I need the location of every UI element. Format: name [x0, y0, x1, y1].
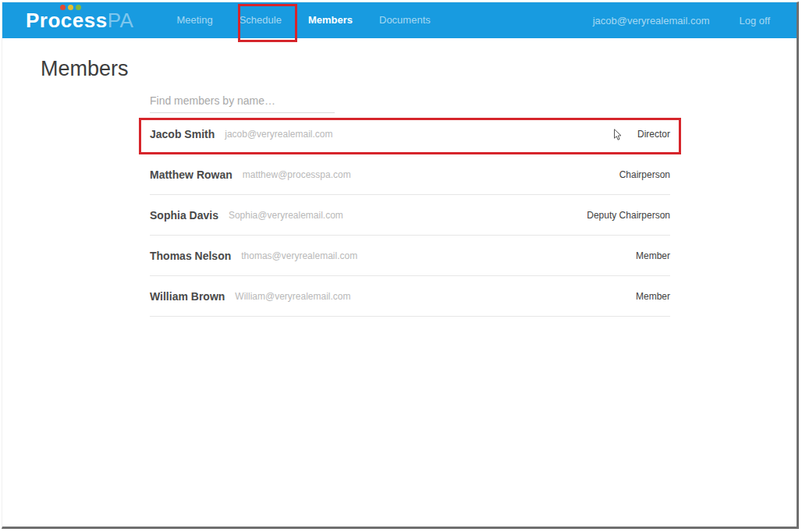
member-row-thomas-nelson[interactable]: Thomas Nelson thomas@veryrealemail.com M…: [150, 236, 670, 276]
app-bar-right: jacob@veryrealemail.com Log off: [593, 15, 770, 27]
nav-item-schedule[interactable]: Schedule: [226, 2, 295, 38]
member-role: Director: [637, 129, 670, 140]
nav-item-meeting[interactable]: Meeting: [163, 2, 225, 38]
member-role: Chairperson: [619, 169, 670, 180]
member-email: William@veryrealemail.com: [235, 291, 350, 302]
nav-item-documents[interactable]: Documents: [366, 2, 444, 38]
member-role: Member: [636, 291, 670, 302]
member-list: Jacob Smith jacob@veryrealemail.com Dire…: [150, 114, 670, 317]
log-off-button[interactable]: Log off: [739, 15, 770, 27]
member-row-william-brown[interactable]: William Brown William@veryrealemail.com …: [150, 276, 670, 317]
member-name: Matthew Rowan: [150, 168, 232, 181]
member-role: Deputy Chairperson: [587, 210, 670, 221]
app-bar: ProcessPA Meeting Schedule Members Docum…: [2, 2, 797, 38]
member-email: Sophia@veryrealemail.com: [229, 210, 343, 221]
main-nav: Meeting Schedule Members Documents: [163, 2, 443, 38]
member-email: jacob@veryrealemail.com: [225, 129, 332, 140]
mouse-cursor-icon: [613, 129, 622, 141]
member-row-jacob-smith[interactable]: Jacob Smith jacob@veryrealemail.com Dire…: [150, 114, 670, 154]
page-title: Members: [41, 57, 129, 81]
logo-text-pa: PA: [108, 9, 134, 32]
member-search: [150, 91, 335, 113]
member-row-sophia-davis[interactable]: Sophia Davis Sophia@veryrealemail.com De…: [150, 195, 670, 236]
member-email: matthew@processpa.com: [243, 169, 351, 180]
member-search-input[interactable]: [150, 91, 335, 113]
logo-dots-icon: [60, 5, 81, 10]
member-name: Jacob Smith: [150, 128, 215, 140]
member-name: Sophia Davis: [150, 209, 218, 222]
member-name: William Brown: [150, 290, 225, 303]
member-role: Member: [636, 250, 670, 261]
member-email: thomas@veryrealemail.com: [241, 250, 357, 261]
processpa-logo[interactable]: ProcessPA: [26, 2, 133, 38]
user-email-menu[interactable]: jacob@veryrealemail.com: [593, 15, 710, 27]
member-name: Thomas Nelson: [150, 250, 231, 262]
logo-text-process: Process: [26, 9, 108, 32]
nav-item-members[interactable]: Members: [295, 2, 366, 38]
screenshot-frame: ProcessPA Meeting Schedule Members Docum…: [2, 2, 799, 529]
member-row-matthew-rowan[interactable]: Matthew Rowan matthew@processpa.com Chai…: [150, 154, 670, 195]
